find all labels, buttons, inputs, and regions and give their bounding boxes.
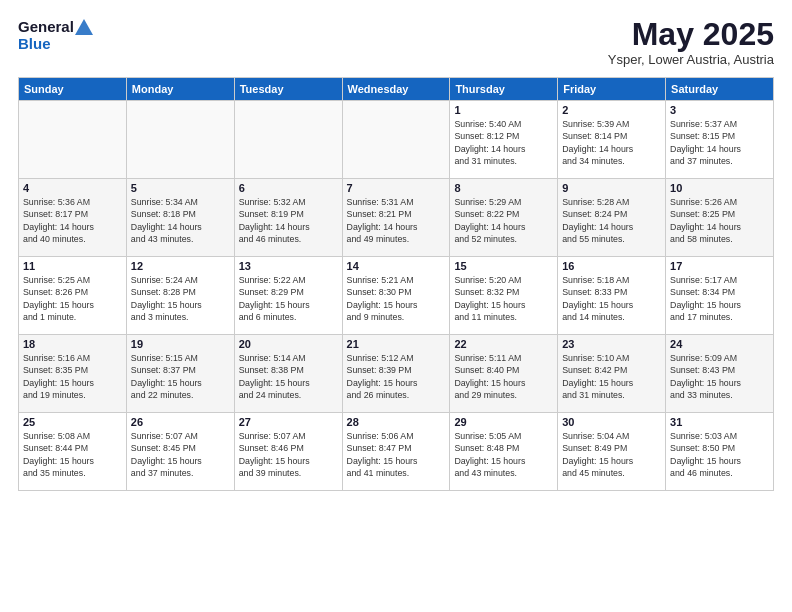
table-row: 4Sunrise: 5:36 AM Sunset: 8:17 PM Daylig… [19, 179, 127, 257]
day-number: 15 [454, 260, 553, 272]
day-info: Sunrise: 5:31 AM Sunset: 8:21 PM Dayligh… [347, 196, 446, 245]
day-info: Sunrise: 5:32 AM Sunset: 8:19 PM Dayligh… [239, 196, 338, 245]
day-number: 7 [347, 182, 446, 194]
day-info: Sunrise: 5:12 AM Sunset: 8:39 PM Dayligh… [347, 352, 446, 401]
logo: General Blue [18, 18, 94, 53]
table-row [342, 101, 450, 179]
logo-icon [75, 19, 93, 35]
table-row: 10Sunrise: 5:26 AM Sunset: 8:25 PM Dayli… [666, 179, 774, 257]
day-info: Sunrise: 5:09 AM Sunset: 8:43 PM Dayligh… [670, 352, 769, 401]
table-row: 15Sunrise: 5:20 AM Sunset: 8:32 PM Dayli… [450, 257, 558, 335]
table-row: 17Sunrise: 5:17 AM Sunset: 8:34 PM Dayli… [666, 257, 774, 335]
day-number: 22 [454, 338, 553, 350]
table-row: 20Sunrise: 5:14 AM Sunset: 8:38 PM Dayli… [234, 335, 342, 413]
day-number: 1 [454, 104, 553, 116]
table-row: 21Sunrise: 5:12 AM Sunset: 8:39 PM Dayli… [342, 335, 450, 413]
calendar-week-row: 4Sunrise: 5:36 AM Sunset: 8:17 PM Daylig… [19, 179, 774, 257]
day-info: Sunrise: 5:11 AM Sunset: 8:40 PM Dayligh… [454, 352, 553, 401]
table-row: 28Sunrise: 5:06 AM Sunset: 8:47 PM Dayli… [342, 413, 450, 491]
calendar-table: Sunday Monday Tuesday Wednesday Thursday… [18, 77, 774, 491]
day-number: 16 [562, 260, 661, 272]
table-row: 25Sunrise: 5:08 AM Sunset: 8:44 PM Dayli… [19, 413, 127, 491]
table-row [234, 101, 342, 179]
day-number: 2 [562, 104, 661, 116]
calendar-week-row: 1Sunrise: 5:40 AM Sunset: 8:12 PM Daylig… [19, 101, 774, 179]
day-number: 25 [23, 416, 122, 428]
header-saturday: Saturday [666, 78, 774, 101]
table-row: 27Sunrise: 5:07 AM Sunset: 8:46 PM Dayli… [234, 413, 342, 491]
day-info: Sunrise: 5:18 AM Sunset: 8:33 PM Dayligh… [562, 274, 661, 323]
day-info: Sunrise: 5:34 AM Sunset: 8:18 PM Dayligh… [131, 196, 230, 245]
day-info: Sunrise: 5:10 AM Sunset: 8:42 PM Dayligh… [562, 352, 661, 401]
day-info: Sunrise: 5:39 AM Sunset: 8:14 PM Dayligh… [562, 118, 661, 167]
day-info: Sunrise: 5:21 AM Sunset: 8:30 PM Dayligh… [347, 274, 446, 323]
table-row: 3Sunrise: 5:37 AM Sunset: 8:15 PM Daylig… [666, 101, 774, 179]
day-number: 3 [670, 104, 769, 116]
title-block: May 2025 Ysper, Lower Austria, Austria [608, 18, 774, 67]
day-number: 26 [131, 416, 230, 428]
calendar-week-row: 25Sunrise: 5:08 AM Sunset: 8:44 PM Dayli… [19, 413, 774, 491]
day-number: 29 [454, 416, 553, 428]
day-number: 13 [239, 260, 338, 272]
calendar-week-row: 18Sunrise: 5:16 AM Sunset: 8:35 PM Dayli… [19, 335, 774, 413]
table-row: 23Sunrise: 5:10 AM Sunset: 8:42 PM Dayli… [558, 335, 666, 413]
day-number: 12 [131, 260, 230, 272]
table-row: 6Sunrise: 5:32 AM Sunset: 8:19 PM Daylig… [234, 179, 342, 257]
table-row: 9Sunrise: 5:28 AM Sunset: 8:24 PM Daylig… [558, 179, 666, 257]
day-number: 8 [454, 182, 553, 194]
day-number: 10 [670, 182, 769, 194]
table-row: 2Sunrise: 5:39 AM Sunset: 8:14 PM Daylig… [558, 101, 666, 179]
day-info: Sunrise: 5:26 AM Sunset: 8:25 PM Dayligh… [670, 196, 769, 245]
header-friday: Friday [558, 78, 666, 101]
day-number: 11 [23, 260, 122, 272]
day-info: Sunrise: 5:07 AM Sunset: 8:46 PM Dayligh… [239, 430, 338, 479]
day-info: Sunrise: 5:05 AM Sunset: 8:48 PM Dayligh… [454, 430, 553, 479]
table-row: 31Sunrise: 5:03 AM Sunset: 8:50 PM Dayli… [666, 413, 774, 491]
day-number: 30 [562, 416, 661, 428]
location: Ysper, Lower Austria, Austria [608, 52, 774, 67]
table-row [19, 101, 127, 179]
day-info: Sunrise: 5:16 AM Sunset: 8:35 PM Dayligh… [23, 352, 122, 401]
table-row: 14Sunrise: 5:21 AM Sunset: 8:30 PM Dayli… [342, 257, 450, 335]
day-number: 18 [23, 338, 122, 350]
table-row: 7Sunrise: 5:31 AM Sunset: 8:21 PM Daylig… [342, 179, 450, 257]
day-info: Sunrise: 5:37 AM Sunset: 8:15 PM Dayligh… [670, 118, 769, 167]
table-row [126, 101, 234, 179]
day-info: Sunrise: 5:14 AM Sunset: 8:38 PM Dayligh… [239, 352, 338, 401]
day-info: Sunrise: 5:25 AM Sunset: 8:26 PM Dayligh… [23, 274, 122, 323]
table-row: 13Sunrise: 5:22 AM Sunset: 8:29 PM Dayli… [234, 257, 342, 335]
day-number: 31 [670, 416, 769, 428]
header-monday: Monday [126, 78, 234, 101]
day-number: 17 [670, 260, 769, 272]
day-info: Sunrise: 5:08 AM Sunset: 8:44 PM Dayligh… [23, 430, 122, 479]
day-info: Sunrise: 5:24 AM Sunset: 8:28 PM Dayligh… [131, 274, 230, 323]
day-number: 14 [347, 260, 446, 272]
table-row: 5Sunrise: 5:34 AM Sunset: 8:18 PM Daylig… [126, 179, 234, 257]
table-row: 26Sunrise: 5:07 AM Sunset: 8:45 PM Dayli… [126, 413, 234, 491]
table-row: 30Sunrise: 5:04 AM Sunset: 8:49 PM Dayli… [558, 413, 666, 491]
day-info: Sunrise: 5:06 AM Sunset: 8:47 PM Dayligh… [347, 430, 446, 479]
day-info: Sunrise: 5:07 AM Sunset: 8:45 PM Dayligh… [131, 430, 230, 479]
table-row: 18Sunrise: 5:16 AM Sunset: 8:35 PM Dayli… [19, 335, 127, 413]
day-number: 6 [239, 182, 338, 194]
day-info: Sunrise: 5:20 AM Sunset: 8:32 PM Dayligh… [454, 274, 553, 323]
table-row: 29Sunrise: 5:05 AM Sunset: 8:48 PM Dayli… [450, 413, 558, 491]
table-row: 12Sunrise: 5:24 AM Sunset: 8:28 PM Dayli… [126, 257, 234, 335]
day-number: 23 [562, 338, 661, 350]
day-info: Sunrise: 5:28 AM Sunset: 8:24 PM Dayligh… [562, 196, 661, 245]
table-row: 24Sunrise: 5:09 AM Sunset: 8:43 PM Dayli… [666, 335, 774, 413]
table-row: 8Sunrise: 5:29 AM Sunset: 8:22 PM Daylig… [450, 179, 558, 257]
month-title: May 2025 [608, 18, 774, 50]
calendar-week-row: 11Sunrise: 5:25 AM Sunset: 8:26 PM Dayli… [19, 257, 774, 335]
day-number: 27 [239, 416, 338, 428]
header-wednesday: Wednesday [342, 78, 450, 101]
table-row: 1Sunrise: 5:40 AM Sunset: 8:12 PM Daylig… [450, 101, 558, 179]
table-row: 16Sunrise: 5:18 AM Sunset: 8:33 PM Dayli… [558, 257, 666, 335]
header-sunday: Sunday [19, 78, 127, 101]
table-row: 22Sunrise: 5:11 AM Sunset: 8:40 PM Dayli… [450, 335, 558, 413]
day-info: Sunrise: 5:22 AM Sunset: 8:29 PM Dayligh… [239, 274, 338, 323]
calendar-header-row: Sunday Monday Tuesday Wednesday Thursday… [19, 78, 774, 101]
day-info: Sunrise: 5:04 AM Sunset: 8:49 PM Dayligh… [562, 430, 661, 479]
header: General Blue May 2025 Ysper, Lower Austr… [18, 18, 774, 67]
day-number: 21 [347, 338, 446, 350]
